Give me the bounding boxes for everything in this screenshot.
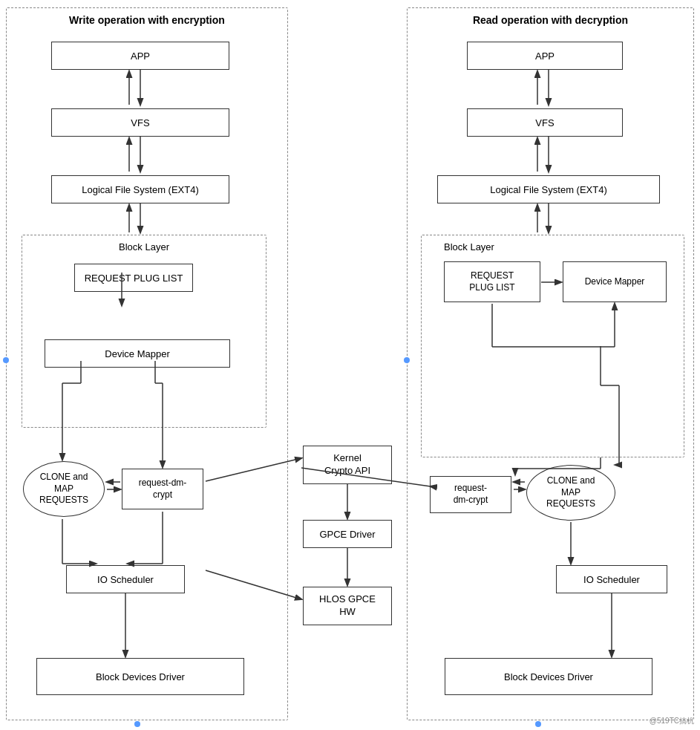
left-block-layer-region: Block Layer REQUEST PLUG LIST Device Map… xyxy=(22,235,266,428)
kernel-crypto-box: KernelCrypto API xyxy=(303,446,392,484)
right-request-plug-box: REQUESTPLUG LIST xyxy=(444,261,540,302)
hlos-gpce-box: HLOS GPCEHW xyxy=(303,587,392,625)
right-block-layer-label: Block Layer xyxy=(444,241,494,252)
right-panel-title: Read operation with decryption xyxy=(408,14,693,26)
left-block-layer-label: Block Layer xyxy=(119,241,169,252)
left-request-plug-box: REQUEST PLUG LIST xyxy=(74,264,193,292)
right-lfs-box: Logical File System (EXT4) xyxy=(437,175,660,203)
left-vfs-box: VFS xyxy=(51,108,229,137)
right-app-box: APP xyxy=(467,42,623,70)
gpce-driver-box: GPCE Driver xyxy=(303,520,392,548)
left-app-box: APP xyxy=(51,42,229,70)
right-device-mapper-box: Device Mapper xyxy=(563,261,667,302)
right-panel: Read operation with decryption APP VFS L… xyxy=(407,7,694,720)
right-io-scheduler-box: IO Scheduler xyxy=(556,565,667,593)
left-io-scheduler-box: IO Scheduler xyxy=(66,565,185,593)
right-dot xyxy=(404,357,410,363)
watermark: @519TC搞机 xyxy=(650,716,694,726)
svg-point-47 xyxy=(134,721,140,727)
right-request-dm-crypt-box: request-dm-crypt xyxy=(430,476,511,513)
svg-point-48 xyxy=(535,721,541,727)
center-column: KernelCrypto API GPCE Driver HLOS GPCEHW xyxy=(288,7,407,720)
left-panel-title: Write operation with encryption xyxy=(7,14,287,26)
left-request-dm-crypt-box: request-dm-crypt xyxy=(122,469,203,509)
left-device-mapper-box: Device Mapper xyxy=(45,339,230,368)
right-block-layer-region: Block Layer REQUESTPLUG LIST Device Mapp… xyxy=(421,235,684,457)
left-block-devices-box: Block Devices Driver xyxy=(36,658,244,695)
left-dot xyxy=(3,357,9,363)
left-panel: Write operation with encryption APP VFS … xyxy=(6,7,288,720)
left-clone-map-box: CLONE andMAPREQUESTS xyxy=(23,461,105,517)
right-clone-map-box: CLONE andMAPREQUESTS xyxy=(526,465,615,521)
left-lfs-box: Logical File System (EXT4) xyxy=(51,175,229,203)
right-block-devices-box: Block Devices Driver xyxy=(445,658,652,695)
right-vfs-box: VFS xyxy=(467,108,623,137)
